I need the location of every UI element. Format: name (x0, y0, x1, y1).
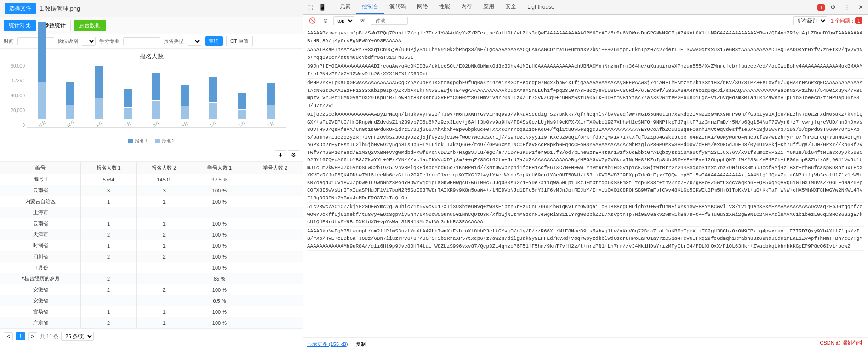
bar-label: 7月 (267, 120, 275, 128)
bar-primary (152, 73, 160, 100)
table-cell: 3 (81, 185, 137, 196)
table-header-cell: 编号 (0, 162, 81, 174)
table-cell: 5764 (81, 174, 137, 185)
table-cell: 编号 1 (0, 174, 81, 185)
type-label: 报名类型 (164, 38, 184, 45)
bar-group: 12月 (57, 82, 83, 127)
bar-group: 4月 (172, 85, 198, 127)
devtools-settings-button[interactable]: ⚙ (828, 2, 839, 12)
bar-group: 2月 (115, 89, 141, 127)
table-cell: 1 (136, 317, 192, 328)
table-cell (247, 240, 303, 251)
tab-sources[interactable]: 源代码 (384, 0, 411, 14)
type-select[interactable] (188, 37, 201, 46)
table-cell: 1 (136, 306, 192, 317)
table-row: 时制省11100 % (0, 240, 303, 251)
device-icon[interactable]: 📱 (316, 2, 328, 12)
reset-button[interactable]: CT 重置 (226, 36, 253, 46)
table-cell (81, 295, 137, 306)
download-button[interactable]: ⬇ (275, 150, 286, 159)
bar-primary (267, 83, 275, 105)
issue-count-text: 1 个问题：1 (831, 17, 862, 24)
tab-memory[interactable]: 内存 (456, 0, 478, 14)
table-cell (136, 207, 192, 218)
left-content: 统计对比 参数统计 后台数据 时间 岗位级别 学分专业 报名类型 查询 CT 重… (0, 17, 303, 351)
table-header-row: 编号报名人数 1报名人数 2学号人数 1学号人数 2 (0, 162, 303, 174)
y-label-1: 0 (22, 123, 25, 128)
next-page-button[interactable]: > (28, 332, 37, 340)
table-cell: 85 % (192, 273, 247, 284)
table-cell: 14501 (136, 174, 192, 185)
bar-label: 3月 (152, 120, 161, 128)
table-cell: 2 (81, 251, 137, 262)
inspect-icon[interactable]: ⬚ (305, 2, 315, 12)
bar-secondary (38, 82, 46, 119)
per-page-select[interactable]: 25 条/页 (61, 332, 94, 341)
console-line: 51c23Wc/AO1OZZkjYF2GuFwYmc2gJauhic71m5Wv… (307, 203, 864, 227)
tab-application[interactable]: 应用 (478, 0, 500, 14)
table-row: 安徽省22100 % (0, 284, 303, 295)
table-cell (247, 185, 303, 196)
settings-button[interactable]: ⚙ (288, 150, 299, 159)
console-output[interactable]: AAAAABxiwqjvsfm/pBf/SWo7PQq7Rnb+t7/cqle7… (303, 27, 868, 337)
eye-icon[interactable]: 👁 (358, 17, 367, 25)
table-cell: 四川省 (0, 251, 81, 262)
table-row: 四川省22100 % (0, 251, 303, 262)
table-cell: 安徽省 (0, 284, 81, 295)
bar-label: 4月 (181, 120, 189, 128)
table-cell (136, 262, 192, 273)
devtools-close-button[interactable]: ✕ (856, 2, 866, 12)
table-header-cell: 学号人数 2 (247, 162, 303, 174)
table-cell: 2 (81, 284, 137, 295)
search-button[interactable]: 查询 (205, 36, 223, 46)
bar-secondary (66, 105, 74, 119)
backend-data-button[interactable]: 后台数据 (74, 20, 106, 31)
clear-console-button[interactable]: 🚫 (307, 17, 318, 25)
copy-button[interactable]: 复制 (352, 340, 370, 349)
tab-lighthouse[interactable]: Lighthouse (522, 1, 560, 14)
table-cell: 100 % (192, 317, 247, 328)
table-cell: 云南省 (0, 185, 81, 196)
tab-network[interactable]: 网络 (411, 0, 434, 14)
tab-performance[interactable]: 性能 (434, 0, 456, 14)
bar-secondary (267, 105, 275, 119)
devtools-more-button[interactable]: ⋮ (841, 2, 853, 12)
tab-console[interactable]: 控制台 (356, 0, 384, 14)
top-select[interactable]: top (333, 16, 354, 25)
bar-label: 11月 (37, 119, 47, 129)
bar-secondary (152, 101, 160, 119)
table-toolbar: ⬇ ⚙ (0, 148, 303, 162)
bar-primary (124, 89, 132, 107)
major-input[interactable] (123, 37, 160, 45)
level-select-console[interactable]: 所有级别 (793, 16, 827, 25)
bar-group: 6月 (229, 93, 255, 127)
level-select[interactable] (82, 37, 96, 46)
tab-elements[interactable]: 元素 (334, 0, 356, 14)
table-row: 上海市 (0, 207, 303, 218)
table-cell: 100 % (192, 229, 247, 240)
table-cell: 100 % (192, 218, 247, 229)
bar-group: 3月 (143, 73, 169, 127)
choose-file-button[interactable]: 选择文件 (5, 3, 36, 14)
legend-dot-1 (128, 139, 133, 143)
console-footer: 显示更多 (155 kB) 复制 (303, 337, 868, 351)
prev-page-button[interactable]: < (4, 332, 13, 340)
table-cell: 11月份 (0, 262, 81, 273)
show-more-button[interactable]: 显示更多 (155 kB) (307, 341, 348, 348)
bar-secondary (95, 98, 103, 119)
bar-secondary (209, 103, 217, 119)
table-cell (247, 262, 303, 273)
bar-group: 7月 (258, 83, 284, 127)
page-1-button[interactable]: 1 (16, 332, 25, 340)
y-axis: 60,000 57294 40,000 20,000 0 (4, 63, 27, 128)
filter-toggle-button[interactable]: ⊘ (321, 17, 330, 25)
issue-count-badge: 1 (855, 17, 862, 24)
console-filter-input[interactable] (371, 17, 408, 25)
table-cell: 天津市 (0, 229, 81, 240)
table-cell: 广东省 (0, 317, 81, 328)
table-cell: 100 % (192, 284, 247, 295)
table-cell: 100 % (192, 240, 247, 251)
table-row: 云南省11100 % (0, 218, 303, 229)
tab-security[interactable]: 安全 (500, 0, 522, 14)
table-cell: 100 % (192, 306, 247, 317)
